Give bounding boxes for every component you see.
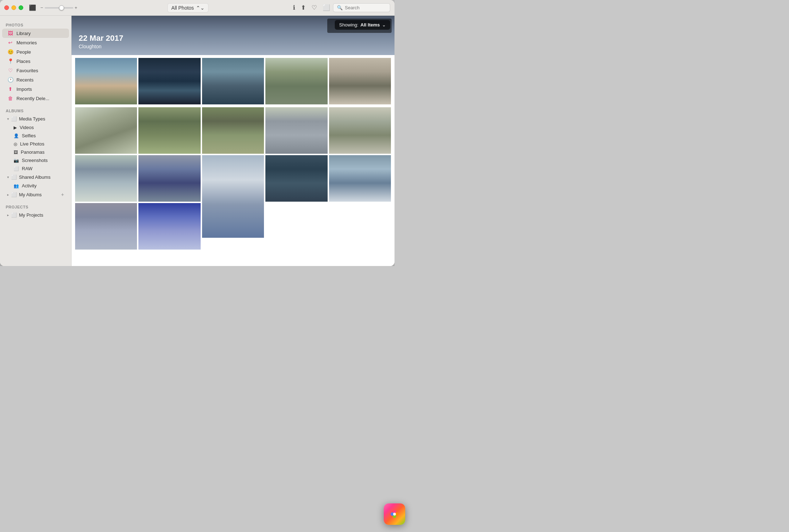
sidebar-item-screenshots-label: Screenshots — [22, 158, 48, 163]
heart-icon[interactable]: ♡ — [312, 4, 317, 11]
photo-13[interactable] — [202, 155, 264, 238]
my-albums-label: My Albums — [19, 192, 42, 197]
photo-2[interactable] — [138, 58, 200, 104]
share-icon[interactable]: ⬆ — [301, 4, 306, 11]
sidebar-item-live-photos[interactable]: ◎ Live Photos — [2, 140, 69, 148]
deleted-icon: 🗑 — [7, 95, 14, 101]
sidebar-item-screenshots[interactable]: 📷 Screenshots — [2, 156, 69, 164]
shared-albums-chevron: ▾ — [7, 175, 9, 179]
sidebar-item-raw[interactable]: ⬜ RAW — [2, 164, 69, 173]
my-albums-folder-icon: ⬜ — [11, 192, 17, 197]
sidebar-item-people-label: People — [16, 49, 31, 55]
showing-dropdown[interactable]: Showing: All Items ⌄ — [335, 20, 390, 30]
photo-5[interactable] — [329, 58, 391, 104]
sidebar-item-selfies-label: Selfies — [22, 133, 36, 138]
my-projects-chevron: ▸ — [7, 213, 9, 217]
sidebar-item-panoramas[interactable]: 🖼 Panoramas — [2, 148, 69, 156]
zoom-control: − + — [40, 5, 77, 10]
recents-icon: 🕐 — [7, 77, 14, 83]
raw-icon: ⬜ — [14, 166, 19, 171]
sidebar-item-library-label: Library — [16, 31, 31, 36]
photo-grid-row-1 — [72, 55, 394, 107]
sidebar-item-recently-deleted-label: Recently Dele... — [16, 96, 49, 101]
sidebar-item-places-label: Places — [16, 59, 30, 64]
location-subtitle: Cloughton — [79, 44, 387, 49]
places-icon: 📍 — [7, 58, 14, 64]
sidebar-item-panoramas-label: Panoramas — [21, 149, 44, 155]
media-types-folder-icon: ⬜ — [11, 116, 17, 122]
photo-9[interactable] — [265, 107, 327, 154]
photo-14[interactable] — [265, 155, 327, 202]
sidebar-item-favourites[interactable]: ♡ Favourites — [2, 66, 69, 75]
all-photos-dropdown[interactable]: All Photos ⌃⌄ — [167, 3, 209, 13]
search-box[interactable]: 🔍 — [333, 3, 390, 12]
photo-grid-row-2 — [72, 107, 394, 154]
zoom-plus-label[interactable]: + — [75, 5, 78, 10]
sidebar-item-live-photos-label: Live Photos — [20, 141, 44, 147]
sidebar: Photos 🖼 Library ↩ Memories 😊 People 📍 P… — [0, 16, 72, 266]
media-types-label: Media Types — [19, 116, 45, 122]
sidebar-item-recently-deleted[interactable]: 🗑 Recently Dele... — [2, 94, 69, 103]
shared-albums-label: Shared Albums — [19, 174, 50, 180]
media-types-chevron: ▾ — [7, 117, 9, 121]
photo-1[interactable] — [75, 58, 137, 104]
sidebar-item-memories[interactable]: ↩ Memories — [2, 38, 69, 47]
photo-15[interactable] — [329, 155, 391, 202]
sidebar-item-imports-label: Imports — [16, 87, 32, 92]
search-icon: 🔍 — [337, 5, 343, 10]
photo-11[interactable] — [75, 155, 137, 202]
main-window: ⬛ − + All Photos ⌃⌄ ℹ ⬆ ♡ ⬜ 🔍 — [0, 0, 394, 266]
slideshow-icon[interactable]: ⬛ — [29, 4, 36, 11]
sidebar-item-imports[interactable]: ⬆ Imports — [2, 84, 69, 94]
photo-7[interactable] — [138, 107, 200, 154]
showing-label: Showing: — [339, 22, 358, 28]
window-icon[interactable]: ⬜ — [323, 4, 330, 11]
zoom-slider[interactable] — [45, 7, 73, 9]
sidebar-item-memories-label: Memories — [16, 40, 37, 45]
photo-8[interactable] — [202, 107, 264, 154]
maximize-button[interactable] — [19, 5, 23, 10]
photo-3[interactable] — [202, 58, 264, 104]
photo-12[interactable] — [138, 155, 200, 202]
media-types-group[interactable]: ▾ ⬜ Media Types — [2, 114, 69, 123]
titlebar-center: All Photos ⌃⌄ — [83, 3, 293, 13]
photo-grid-wrapper[interactable]: 22 Mar 2017 Cloughton Showing: All Items… — [72, 16, 394, 266]
info-icon[interactable]: ℹ — [293, 4, 295, 11]
photo-10[interactable] — [329, 107, 391, 154]
date-title: 22 Mar 2017 — [79, 34, 387, 43]
screenshots-icon: 📷 — [14, 158, 19, 163]
activity-icon: 👥 — [14, 183, 19, 188]
close-button[interactable] — [4, 5, 9, 10]
shared-albums-folder-icon: ⬜ — [11, 174, 17, 180]
sidebar-item-recents[interactable]: 🕐 Recents — [2, 75, 69, 84]
dropdown-chevron-icon: ⌃⌄ — [196, 5, 205, 11]
imports-icon: ⬆ — [7, 86, 14, 92]
photo-4[interactable] — [265, 58, 327, 104]
my-albums-chevron: ▸ — [7, 193, 9, 197]
minimize-button[interactable] — [11, 5, 16, 10]
photo-16[interactable] — [75, 203, 137, 250]
shared-albums-group[interactable]: ▾ ⬜ Shared Albums — [2, 173, 69, 182]
sidebar-item-raw-label: RAW — [22, 166, 33, 171]
panoramas-icon: 🖼 — [14, 150, 18, 155]
sidebar-item-selfies[interactable]: 👤 Selfies — [2, 132, 69, 140]
search-input[interactable] — [345, 5, 388, 10]
my-projects-group[interactable]: ▸ ⬜ My Projects — [2, 211, 69, 220]
albums-section-title: Albums — [0, 106, 71, 114]
sidebar-item-places[interactable]: 📍 Places — [2, 56, 69, 66]
live-photos-icon: ◎ — [14, 142, 17, 147]
sidebar-item-people[interactable]: 😊 People — [2, 47, 69, 56]
sidebar-item-activity[interactable]: 👥 Activity — [2, 182, 69, 190]
add-album-button[interactable]: + — [61, 192, 64, 197]
people-icon: 😊 — [7, 49, 14, 55]
titlebar-controls: ⬛ − + — [29, 4, 77, 11]
traffic-lights — [4, 5, 23, 10]
sidebar-item-library[interactable]: 🖼 Library — [2, 29, 69, 38]
my-albums-group[interactable]: ▸ ⬜ My Albums + — [2, 190, 69, 199]
photo-17[interactable] — [138, 203, 200, 250]
photo-6[interactable] — [75, 107, 137, 154]
zoom-minus-label[interactable]: − — [40, 5, 43, 10]
photos-section-title: Photos — [0, 20, 71, 29]
sidebar-item-videos[interactable]: ▶ Videos — [2, 123, 69, 132]
sidebar-item-videos-label: Videos — [20, 125, 34, 130]
